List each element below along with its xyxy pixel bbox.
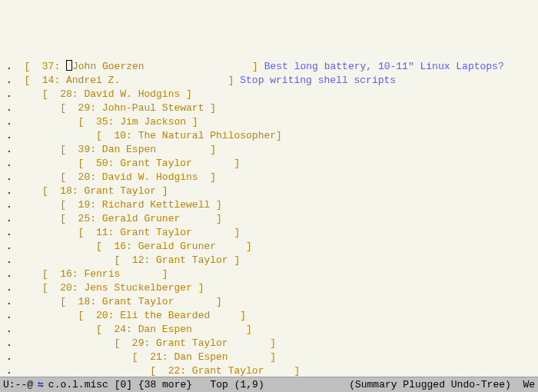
thread-row[interactable]: . [ 24: Dan Espen ]: [6, 323, 538, 337]
modeline-buffer: c.o.l.misc [0] {38 more}: [48, 378, 192, 392]
author: Gerald Gruner: [102, 213, 210, 224]
mark: .: [6, 158, 24, 169]
open-bracket: [ 28:: [24, 88, 84, 100]
author: Grant Taylor: [156, 254, 228, 266]
close-bracket: ]: [204, 171, 221, 183]
mark: .: [6, 213, 24, 224]
mark: .: [6, 75, 24, 86]
mark: .: [6, 227, 24, 238]
open-bracket: [ 18:: [24, 296, 101, 307]
author: Dan Espen: [174, 351, 264, 363]
mark: .: [6, 241, 24, 252]
thread-row[interactable]: . [ 18: Grant Taylor ]: [6, 184, 538, 198]
thread-row[interactable]: . [ 21: Dan Espen ]: [6, 350, 538, 364]
author: Grant Taylor: [102, 296, 210, 307]
author: Grant Taylor: [192, 365, 288, 377]
mark: .: [6, 130, 24, 141]
thread-row[interactable]: . [ 20: David W. Hodgins ]: [6, 171, 538, 184]
mark: .: [6, 268, 24, 280]
close-bracket: ]: [234, 310, 251, 321]
thread-row[interactable]: . [ 18: Grant Taylor ]: [6, 295, 538, 309]
modeline-left: U:--@: [3, 378, 33, 392]
author: Grant Taylor: [120, 227, 227, 238]
mark: .: [6, 102, 24, 114]
close-bracket: ]: [156, 268, 174, 280]
close-bracket: ]: [210, 296, 227, 307]
thread-row[interactable]: . [ 29: Grant Taylor ]: [6, 337, 538, 350]
open-bracket: [ 29:: [24, 337, 156, 349]
close-bracket: ]: [204, 102, 221, 114]
thread-row[interactable]: . [ 37: John Goerzen ] Best long battery…: [6, 60, 538, 74]
author: Grant Taylor: [84, 185, 156, 197]
open-bracket: [ 25:: [24, 213, 101, 224]
mark: .: [6, 282, 24, 294]
thread-row[interactable]: . [ 20: Eli the Bearded ]: [6, 309, 538, 323]
thread-row[interactable]: . [ 28: David W. Hodgins ]: [6, 88, 538, 101]
open-bracket: [ 10:: [24, 130, 138, 141]
close-bracket: ]: [288, 365, 306, 377]
thread-row[interactable]: . [ 19: Richard Kettlewell ]: [6, 198, 538, 212]
open-bracket: [ 29:: [24, 102, 101, 114]
open-bracket: [ 11:: [24, 227, 120, 238]
open-bracket: [ 20:: [24, 282, 84, 294]
close-bracket: ]: [228, 158, 246, 169]
open-bracket: [ 50:: [24, 158, 120, 169]
mark: .: [6, 324, 24, 335]
author: Andrei Z.: [66, 75, 222, 86]
close-bracket: ]: [246, 61, 264, 72]
open-bracket: [ 18:: [24, 185, 84, 197]
open-bracket: [ 22:: [24, 365, 191, 377]
subject: Stop writing shell scripts: [240, 75, 396, 86]
cursor: [66, 60, 72, 71]
author: David W. Hodgins: [102, 171, 204, 183]
close-bracket: ]: [204, 144, 221, 155]
open-bracket: [ 14:: [24, 75, 66, 86]
open-bracket: [ 16:: [24, 268, 84, 280]
mark: .: [6, 88, 24, 100]
modeline-right: (Summary Plugged Undo-Tree) We: [349, 378, 535, 392]
thread-row[interactable]: . [ 50: Grant Taylor ]: [6, 157, 538, 171]
mark: .: [6, 116, 24, 128]
mark: .: [6, 61, 24, 72]
thread-row[interactable]: . [ 25: Gerald Gruner ]: [6, 212, 538, 226]
thread-row[interactable]: . [ 12: Grant Taylor ]: [6, 254, 538, 267]
summary-buffer[interactable]: . [ 37: John Goerzen ] Best long battery…: [0, 55, 538, 392]
open-bracket: [ 12:: [24, 254, 156, 266]
author: Richard Kettlewell: [102, 199, 210, 211]
close-bracket: ]: [240, 324, 257, 335]
author: Fenris: [84, 268, 156, 280]
thread-row[interactable]: . [ 16: Fenris ]: [6, 267, 538, 281]
mark: .: [6, 337, 24, 349]
author: David W. Hodgins: [84, 88, 180, 100]
thread-row[interactable]: . [ 10: The Natural Philosopher]: [6, 129, 538, 143]
arrows-icon: ⇋: [33, 378, 48, 392]
author: Jim Jackson: [120, 116, 186, 128]
author: Grant Taylor: [156, 337, 264, 349]
close-bracket: ]: [240, 241, 257, 252]
modeline-position: Top (1,9): [210, 378, 264, 392]
author: The Natural Philosopher: [138, 130, 276, 141]
thread-row[interactable]: . [ 29: John-Paul Stewart ]: [6, 101, 538, 115]
thread-row[interactable]: . [ 20: Jens Stuckelberger ]: [6, 281, 538, 295]
mark: .: [6, 296, 24, 307]
close-bracket: ]: [222, 75, 240, 86]
open-bracket: [ 20:: [24, 171, 101, 183]
author: Dan Espen: [102, 144, 204, 155]
close-bracket: ]: [264, 337, 281, 349]
open-bracket: [ 21:: [24, 351, 174, 363]
open-bracket: [ 20:: [24, 310, 120, 321]
thread-row[interactable]: . [ 39: Dan Espen ]: [6, 143, 538, 157]
mark: .: [6, 254, 24, 266]
thread-row[interactable]: . [ 14: Andrei Z. ] Stop writing shell s…: [6, 74, 538, 88]
mark: .: [6, 351, 24, 363]
mode-line: U:--@ ⇋ c.o.l.misc [0] {38 more} Top (1,…: [0, 377, 538, 392]
mark: .: [6, 310, 24, 321]
close-bracket: ]: [264, 351, 281, 363]
author: John-Paul Stewart: [102, 102, 204, 114]
author: Dan Espen: [138, 324, 241, 335]
thread-row[interactable]: . [ 11: Grant Taylor ]: [6, 226, 538, 240]
close-bracket: ]: [276, 130, 282, 141]
thread-row[interactable]: . [ 16: Gerald Gruner ]: [6, 240, 538, 254]
thread-row[interactable]: . [ 35: Jim Jackson ]: [6, 115, 538, 129]
mark: .: [6, 144, 24, 155]
